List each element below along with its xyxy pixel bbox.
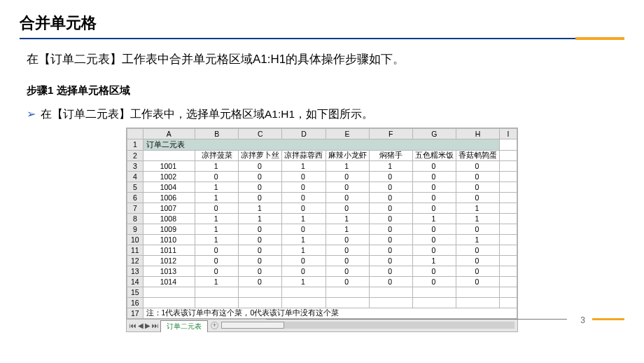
add-sheet-icon[interactable]: + bbox=[211, 322, 218, 329]
footer-divider bbox=[266, 319, 567, 320]
table-row: 1410141010000 bbox=[127, 276, 517, 287]
bullet-text: 在【订单二元表】工作表中，选择单元格区域A1:H1，如下图所示。 bbox=[41, 107, 624, 122]
table-row: 810081111011 bbox=[127, 213, 517, 224]
sheet-tab-active[interactable]: 订单二元表 bbox=[160, 320, 208, 332]
nav-last-icon[interactable]: ⏭ bbox=[152, 322, 159, 329]
table-row: 410020000000 bbox=[127, 171, 517, 182]
nav-first-icon[interactable]: ⏮ bbox=[130, 322, 136, 329]
table-row: 2凉拌菠菜凉拌萝卜丝凉拌蒜蓉西麻辣小龙虾焖猪手五色糯米饭香菇鹌鹑蛋 bbox=[127, 150, 517, 160]
excel-grid: A B C D E F G H I 1订单二元表2凉拌菠菜凉拌萝卜丝凉拌蒜蓉西麻… bbox=[127, 128, 517, 319]
footer-accent bbox=[592, 318, 624, 320]
sheet-nav-buttons[interactable]: ⏮ ◀ ▶ ⏭ bbox=[127, 322, 159, 329]
table-row: 1010101010001 bbox=[127, 234, 517, 245]
nav-next-icon[interactable]: ▶ bbox=[145, 322, 150, 329]
table-row: 710070100001 bbox=[127, 203, 517, 213]
table-row: 910091001000 bbox=[127, 224, 517, 234]
title-underline bbox=[20, 38, 624, 39]
nav-prev-icon[interactable]: ◀ bbox=[138, 322, 144, 329]
table-row: 1110110010000 bbox=[127, 245, 517, 255]
step-heading: 步骤1 选择单元格区域 bbox=[27, 84, 624, 97]
table-row: 510041000000 bbox=[127, 182, 517, 192]
table-row: 1210120000010 bbox=[127, 255, 517, 266]
page-number: 3 bbox=[580, 315, 585, 325]
intro-paragraph: 在【订单二元表】工作表中合并单元格区域A1:H1的具体操作步骤如下。 bbox=[27, 50, 624, 69]
sheet-tab-bar: ⏮ ◀ ▶ ⏭ 订单二元表 + bbox=[127, 319, 517, 331]
table-row: 16 bbox=[127, 297, 517, 308]
table-row: 1310130000000 bbox=[127, 266, 517, 276]
excel-screenshot: A B C D E F G H I 1订单二元表2凉拌菠菜凉拌萝卜丝凉拌蒜蓉西麻… bbox=[126, 128, 518, 332]
slide-title: 合并单元格 bbox=[20, 13, 624, 34]
horizontal-scrollbar[interactable] bbox=[221, 322, 514, 329]
table-row: 17注：1代表该订单中有这个菜，0代表该订单中没有这个菜 bbox=[127, 308, 517, 318]
table-row: 1订单二元表 bbox=[127, 139, 517, 150]
table-row: 15 bbox=[127, 287, 517, 297]
table-row: 610061000000 bbox=[127, 192, 517, 203]
column-header-row: A B C D E F G H I bbox=[127, 128, 517, 139]
table-row: 310011011100 bbox=[127, 160, 517, 171]
